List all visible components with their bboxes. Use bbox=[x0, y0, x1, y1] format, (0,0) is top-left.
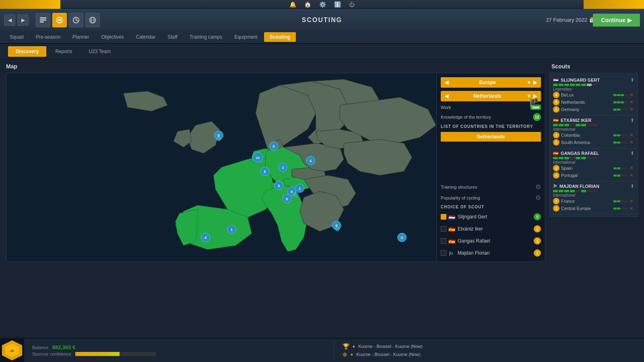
home-icon[interactable]: 🏠 bbox=[304, 1, 311, 8]
scout-etxaniz-name: 🇪🇸 ETXÁNIZ IKER bbox=[553, 118, 591, 123]
centraleurope-del-btn[interactable]: ✕ bbox=[629, 206, 634, 211]
etxaniz-seg-4 bbox=[570, 124, 575, 126]
settings-icon[interactable]: ⚙️ bbox=[319, 1, 326, 8]
continue-button[interactable]: Continue ▶ bbox=[593, 14, 640, 27]
nav-back-button[interactable]: ◀ bbox=[4, 14, 15, 26]
etxaniz-checkbox[interactable] bbox=[441, 226, 446, 232]
svg-text:4: 4 bbox=[310, 159, 312, 163]
germany-num: 2 bbox=[553, 106, 559, 113]
map-container[interactable]: 0 0 0 0 0 10 bbox=[6, 73, 545, 262]
belux-num: 4 bbox=[553, 92, 559, 98]
colombia-del-btn[interactable]: ✕ bbox=[629, 132, 634, 138]
tab-scouting[interactable]: Scouting bbox=[264, 32, 296, 42]
gangas-collapse-btn[interactable]: ⬆ bbox=[630, 150, 634, 156]
region-dropdown-icon[interactable]: ▼ bbox=[526, 80, 531, 85]
svg-text:0: 0 bbox=[273, 144, 275, 148]
balance-value: 882,302 € bbox=[52, 344, 76, 350]
france-del-btn[interactable]: ✕ bbox=[629, 198, 634, 204]
tab-squad[interactable]: Squad bbox=[4, 32, 29, 42]
scout-gangas-name: 🇪🇸 GANGAS RAFAEL bbox=[553, 151, 599, 156]
gangas-checkbox[interactable] bbox=[441, 238, 446, 244]
countries-list-title: LIST OF COUNTRIES IN THE TERRITORY bbox=[441, 124, 541, 129]
etxaniz-badge: 1 bbox=[534, 225, 541, 232]
sub-tab-bar: Discovery Reports U23 Team bbox=[0, 44, 644, 59]
bell-icon[interactable]: 🔔 bbox=[289, 1, 296, 8]
scouts-panel: 🇳🇱 SLIJNGARD GERT ⬆ bbox=[549, 73, 638, 217]
scout-choice-etxaniz[interactable]: 🇪🇸 Etxániz Iker 1 bbox=[441, 224, 541, 233]
clock-icon-button[interactable] bbox=[69, 13, 83, 27]
etxaniz-collapse-btn[interactable]: ⬆ bbox=[630, 117, 634, 123]
tab-equipment[interactable]: Equipment bbox=[229, 32, 263, 42]
southamerica-num: 1 bbox=[553, 139, 559, 146]
germany-del-btn[interactable]: ✕ bbox=[629, 107, 634, 112]
scout-choice-gangas[interactable]: 🇪🇸 Gangas Rafael 1 bbox=[441, 237, 541, 245]
cycling-icon: ⊕ bbox=[343, 351, 347, 358]
info-icon[interactable]: ℹ️ bbox=[334, 1, 341, 8]
scouting-icon-button[interactable] bbox=[52, 13, 67, 27]
tab-planner[interactable]: Planner bbox=[67, 32, 95, 42]
region-next-icon[interactable]: ▶ bbox=[533, 80, 537, 85]
spain-del-btn[interactable]: ✕ bbox=[629, 165, 634, 171]
popularity-stat: Popularity of cycling ⚙ bbox=[441, 194, 541, 202]
gangas-spain-name: 4 Spain bbox=[553, 165, 572, 171]
gangas-skill-bar bbox=[553, 157, 634, 159]
svg-line-7 bbox=[76, 20, 78, 21]
globe-icon-button[interactable] bbox=[85, 13, 100, 27]
southamerica-del-btn[interactable]: ✕ bbox=[629, 140, 634, 145]
power-icon[interactable]: ⏻ bbox=[349, 1, 355, 8]
skill-seg-2 bbox=[559, 84, 564, 86]
nav-date: 27 February 2022 📅 bbox=[546, 17, 596, 23]
race-events: 🏆 ● Kuurne - Brussel - Kuurne (Now) ⊕ ● … bbox=[334, 341, 644, 360]
balance-label: Balance bbox=[32, 345, 48, 350]
tab-staff[interactable]: Staff bbox=[162, 32, 183, 42]
netherlands-del-btn[interactable]: ✕ bbox=[629, 99, 634, 105]
map-title: Map bbox=[6, 63, 545, 70]
portugal-del-btn[interactable]: ✕ bbox=[629, 173, 634, 178]
gangas-name: Gangas Rafael bbox=[458, 238, 490, 244]
slijngard-level: Legendary bbox=[553, 87, 634, 91]
slijngard-collapse-btn[interactable]: ⬆ bbox=[630, 77, 634, 83]
svg-text:1: 1 bbox=[231, 228, 233, 232]
race1-label: Kuurne - Brussel - Kuurne (Now) bbox=[358, 344, 423, 349]
etxaniz-level: International bbox=[553, 127, 634, 132]
gangas-portugal-name: 4 Portugal bbox=[553, 172, 578, 179]
training-gear-icon: ⚙ bbox=[535, 183, 541, 191]
nav-forward-button[interactable]: ▶ bbox=[17, 14, 29, 26]
sponsor-row: Sponsor confidence bbox=[32, 352, 326, 356]
scout-choice-majdan[interactable]: 🏳 Majdan Florian 1 bbox=[441, 249, 541, 257]
country-selector[interactable]: ◀ Netherlands ▼ ▶ bbox=[441, 91, 541, 101]
skill-seg-3 bbox=[564, 84, 569, 86]
scout-slijngard-controls[interactable]: ⬆ bbox=[630, 77, 634, 83]
balance-row: Balance 882,302 € bbox=[32, 344, 326, 350]
scout-choice-slijngard[interactable]: 🇳🇱 Slijngard Gert 5 bbox=[441, 212, 541, 221]
slijngard-belux: 4 BeLux ✕ bbox=[553, 91, 634, 99]
svg-text:⚙: ⚙ bbox=[216, 136, 221, 142]
subtab-u23[interactable]: U23 Team bbox=[81, 46, 118, 57]
gangas-spain: 4 Spain ✕ bbox=[553, 165, 634, 172]
tab-objectives[interactable]: Objectives bbox=[95, 32, 129, 42]
slijngard-germany-name: 2 Germany bbox=[553, 106, 579, 113]
svg-text:10: 10 bbox=[256, 156, 260, 160]
tab-calendar[interactable]: Calendar bbox=[130, 32, 161, 42]
majdan-checkbox[interactable] bbox=[441, 250, 446, 256]
subtab-discovery[interactable]: Discovery bbox=[8, 46, 46, 57]
tab-preseason[interactable]: Pre-season bbox=[30, 32, 66, 42]
selected-country[interactable]: Netherlands bbox=[441, 132, 541, 142]
scout-gangas: 🇪🇸 GANGAS RAFAEL ⬆ bbox=[550, 148, 638, 181]
belux-del-btn[interactable]: ✕ bbox=[629, 92, 634, 98]
region-selector[interactable]: ◀ Europe ▼ ▶ bbox=[441, 77, 541, 88]
majdan-badge: 1 bbox=[534, 249, 541, 257]
svg-point-4 bbox=[58, 19, 61, 21]
skill-seg-8 bbox=[592, 84, 597, 86]
colombia-num: 1 bbox=[553, 132, 559, 138]
belux-bar bbox=[613, 94, 627, 96]
svg-text:1: 1 bbox=[299, 187, 301, 191]
subtab-reports[interactable]: Reports bbox=[47, 46, 80, 57]
tab-training-camps[interactable]: Training camps bbox=[184, 32, 228, 42]
squad-icon-button[interactable] bbox=[36, 13, 50, 27]
slijngard-checkbox[interactable] bbox=[441, 214, 446, 220]
svg-text:2: 2 bbox=[282, 166, 284, 170]
etxaniz-seg-5 bbox=[576, 124, 580, 126]
majdan-collapse-btn[interactable]: ⬆ bbox=[630, 183, 634, 189]
slijngard-netherlands: 5 Netherlands ✕ bbox=[553, 99, 634, 106]
